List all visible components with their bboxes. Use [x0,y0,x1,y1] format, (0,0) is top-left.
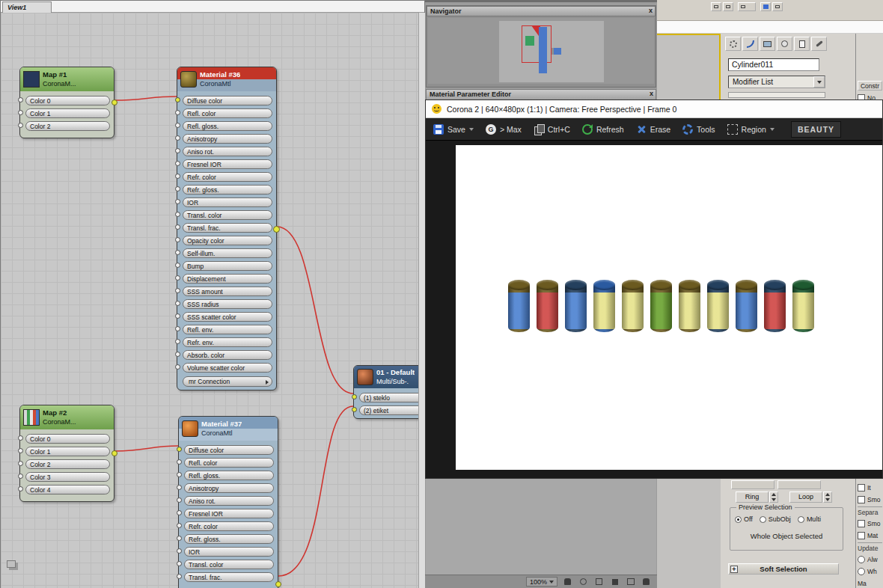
node-material-37[interactable]: Material #37 CoronaMtl Diffuse colorRefl… [178,416,278,588]
node-slot[interactable]: Diffuse color [183,94,272,107]
node-multi-sub[interactable]: 01 - Default Multi/Sub-. (1) steklo(2) e… [353,365,426,419]
input-socket[interactable] [175,301,180,306]
input-socket[interactable] [175,135,180,141]
save-button[interactable]: Save [433,124,474,135]
input-socket[interactable] [352,394,357,399]
modifier-list-dropdown[interactable]: Modifier List [728,76,825,88]
region-button[interactable]: Region [727,124,774,135]
input-socket[interactable] [177,536,182,541]
node-slot[interactable]: Refl. env. [183,323,272,336]
output-socket[interactable] [111,99,117,105]
maximize-view-icon[interactable] [625,577,636,587]
node-slot[interactable]: (2) etiket [359,404,424,417]
input-socket[interactable] [18,123,23,128]
node-graph-canvas[interactable]: Map #1 CoronaM... Color 0Color 1Color 2 … [1,13,426,588]
node-slot[interactable]: Self-illum. [183,247,272,260]
input-socket[interactable] [18,435,23,441]
input-socket[interactable] [175,110,180,115]
motion-tab-icon[interactable] [777,37,792,51]
node-header[interactable]: Material #36 CoronaMtl [177,67,276,91]
node-header[interactable]: Map #2 CoronaM... [20,405,114,429]
window-control-button[interactable] [711,2,721,11]
node-slot[interactable]: Fresnel IOR [183,158,272,171]
node-slot[interactable]: Refr. env. [183,336,272,349]
input-socket[interactable] [175,161,180,166]
node-slot[interactable]: Color 4 [25,483,110,496]
node-slot[interactable]: Color 2 [25,120,110,132]
node-slot[interactable]: IOR [184,545,274,558]
close-icon[interactable]: x [649,7,653,14]
output-socket[interactable] [111,450,117,456]
object-name-field[interactable]: Cylinder011 [728,58,819,71]
zoom-region-icon[interactable] [593,577,605,587]
create-tab-icon[interactable] [725,37,741,51]
panel-fragment[interactable]: Smo [858,518,882,528]
expand-plus-icon[interactable]: + [730,566,738,573]
canvas-scrollbar[interactable] [418,13,425,588]
tools-button[interactable]: Tools [682,124,715,135]
beauty-pass-tab[interactable]: BEAUTY [791,121,841,138]
node-slot[interactable]: Bump [183,260,272,272]
panel-fragment[interactable]: Separa [858,506,882,516]
node-slot[interactable]: Opacity color [183,234,272,247]
copy-button[interactable]: Ctrl+C [534,124,570,135]
pan-windows-icon[interactable] [7,560,16,568]
window-control-button[interactable] [760,2,771,11]
input-socket[interactable] [18,474,23,479]
input-socket[interactable] [175,339,180,344]
scroll-hand-icon[interactable] [641,577,652,587]
node-slot[interactable]: Color 3 [25,471,110,483]
input-socket[interactable] [175,288,180,293]
zoom-selected-icon[interactable] [609,577,620,587]
node-slot[interactable]: Anisotropy [184,482,274,494]
node-slot[interactable]: IOR [183,196,272,209]
node-slot[interactable]: Transl. frac. [183,221,272,234]
node-slot[interactable]: Refl. color [184,456,274,469]
output-socket[interactable] [275,581,281,587]
node-slot[interactable]: Color 0 [25,94,110,107]
node-slot[interactable]: SSS amount [183,285,272,298]
input-socket[interactable] [177,574,182,579]
node-slot[interactable]: Refl. color [183,107,272,120]
input-socket[interactable] [175,364,180,370]
node-slot[interactable]: Refr. gloss. [184,533,274,545]
input-socket[interactable] [177,497,182,503]
node-header[interactable]: Map #1 CoronaM... [20,67,114,91]
disabled-button[interactable] [731,480,774,489]
node-slot[interactable]: Refr. color [184,520,274,533]
input-socket[interactable] [18,486,23,491]
chevron-down-icon[interactable] [813,76,825,88]
window-control-button[interactable] [772,2,783,11]
node-slot[interactable]: Fresnel IOR [184,507,274,520]
node-slot[interactable]: Aniso rot. [183,145,272,158]
node-slot[interactable]: Color 0 [25,432,110,445]
node-slot[interactable]: Anisotropy [183,132,272,145]
utilities-tab-icon[interactable] [811,37,827,51]
erase-button[interactable]: Erase [636,124,670,135]
input-socket[interactable] [177,561,182,566]
radio-off[interactable]: Off [735,515,753,523]
radio-subobj[interactable]: SubObj [760,515,791,523]
node-slot[interactable]: Aniso rot. [184,494,274,507]
node-slot[interactable]: Color 1 [25,445,110,458]
zoom-extents-icon[interactable] [578,577,589,587]
node-slot[interactable]: Volume scatter color [183,361,272,374]
node-slot[interactable]: Transl. frac. [184,571,274,584]
node-material-36[interactable]: Material #36 CoronaMtl Diffuse colorRefl… [177,67,277,391]
panel-fragment[interactable]: No [858,93,882,99]
close-icon[interactable]: x [650,90,653,97]
node-slot[interactable]: Absorb. color [183,349,272,361]
input-socket[interactable] [18,97,23,102]
input-socket[interactable] [177,472,182,477]
node-slot[interactable]: Diffuse color [184,444,274,456]
pan-hand-icon[interactable] [562,577,573,587]
node-slot[interactable]: Refr. gloss. [183,183,272,196]
tab-view1[interactable]: View1 [2,1,52,13]
input-socket[interactable] [175,224,180,230]
node-slot[interactable]: SSS scatter color [183,310,272,323]
hierarchy-tab-icon[interactable] [760,37,775,51]
input-socket[interactable] [175,237,180,242]
panel-fragment[interactable]: Ma [858,578,882,588]
input-socket[interactable] [175,199,180,204]
input-socket[interactable] [175,275,180,281]
